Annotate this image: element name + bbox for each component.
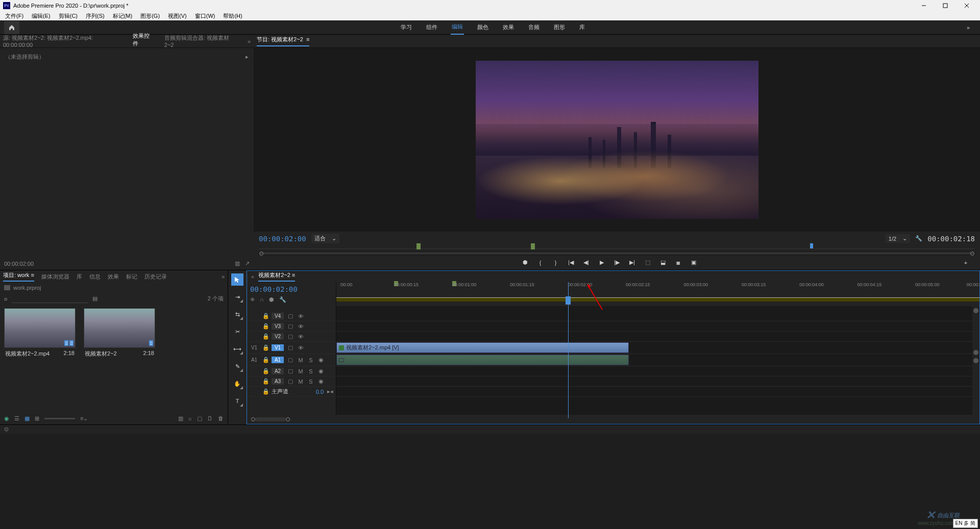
- eye-icon[interactable]: 👁: [297, 323, 304, 330]
- track-header-v3[interactable]: 🔒V3▢👁: [247, 321, 336, 332]
- solo-button[interactable]: S: [307, 357, 314, 363]
- project-thumbnail[interactable]: ▯▯: [4, 308, 76, 348]
- find-button[interactable]: ⌕: [188, 415, 192, 421]
- marker-icon[interactable]: [531, 243, 535, 249]
- timeline-scrollbar[interactable]: [255, 417, 286, 421]
- write-mode-icon[interactable]: ◉: [4, 415, 9, 422]
- extract-button[interactable]: ⬓: [659, 259, 667, 266]
- track-select-tool[interactable]: ⇥: [231, 291, 243, 303]
- track-label[interactable]: V2: [272, 333, 284, 340]
- play-button[interactable]: ▶: [598, 259, 606, 266]
- track-label[interactable]: A1: [272, 357, 284, 363]
- track-header-v4[interactable]: 🔒V4▢👁: [247, 311, 336, 321]
- chevron-right-icon[interactable]: ▸: [246, 54, 249, 60]
- program-scrubber[interactable]: [259, 251, 975, 255]
- tab-media-browser[interactable]: 媒体浏览器: [41, 273, 69, 281]
- mute-button[interactable]: M: [297, 368, 304, 374]
- sync-lock-icon[interactable]: ▢: [287, 344, 294, 351]
- lock-icon[interactable]: 🔒: [262, 333, 268, 340]
- tab-markers[interactable]: 标记: [126, 273, 137, 281]
- voiceover-button[interactable]: ◉: [317, 368, 325, 374]
- track-lane-v2[interactable]: [336, 332, 972, 342]
- pen-tool[interactable]: ✎: [231, 360, 243, 372]
- mute-button[interactable]: M: [297, 357, 304, 363]
- tab-history[interactable]: 历史记录: [144, 273, 167, 281]
- track-header-v1[interactable]: V1🔒V1▢👁: [247, 342, 336, 354]
- step-back-button[interactable]: ◀|: [582, 259, 591, 266]
- track-header-a1[interactable]: A1🔒A1▢MS◉: [247, 354, 336, 366]
- scroll-handle-right[interactable]: [286, 417, 290, 421]
- tab-info[interactable]: 信息: [89, 273, 101, 281]
- lock-icon[interactable]: 🔒: [262, 378, 268, 385]
- search-input[interactable]: [12, 294, 88, 303]
- comparison-view-button[interactable]: ▣: [690, 259, 698, 266]
- razor-tool[interactable]: ✂: [231, 325, 243, 338]
- sync-lock-icon[interactable]: ▢: [287, 313, 294, 319]
- tab-effects[interactable]: 效果: [108, 273, 119, 281]
- thumbnail-size-slider[interactable]: [44, 418, 75, 419]
- project-item[interactable]: ▯ 视频素材2~2 2:18: [84, 308, 155, 360]
- project-thumbnail[interactable]: ▯: [84, 308, 155, 348]
- go-to-in-button[interactable]: |◀: [567, 259, 575, 266]
- resolution-dropdown[interactable]: 1/2 ⌄: [886, 234, 910, 243]
- playhead-handle[interactable]: [566, 296, 571, 305]
- sort-button[interactable]: ≡⌄: [80, 415, 88, 422]
- tab-sequence[interactable]: 视频素材2~2 ≡: [258, 271, 295, 282]
- track-header-master[interactable]: 🔒主声道0.0▸◂: [247, 387, 336, 397]
- list-view-button[interactable]: ☰: [14, 415, 19, 422]
- tab-program[interactable]: 节目: 视频素材2~2 ≡: [257, 36, 309, 46]
- linked-selection-button[interactable]: ∩: [260, 296, 264, 303]
- track-lane-v1[interactable]: 视频素材2~2.mp4 [V]: [336, 342, 972, 354]
- type-tool[interactable]: T: [231, 395, 243, 407]
- track-lane-a3[interactable]: [336, 376, 972, 387]
- voiceover-button[interactable]: ◉: [317, 357, 325, 363]
- mark-out-button[interactable]: }: [552, 260, 560, 266]
- maximize-button[interactable]: [935, 1, 955, 11]
- workspace-color[interactable]: 颜色: [476, 20, 489, 34]
- track-label[interactable]: V3: [272, 323, 284, 330]
- workspace-overflow[interactable]: »: [967, 24, 970, 31]
- step-forward-button[interactable]: |▶: [613, 259, 621, 266]
- program-monitor[interactable]: [254, 48, 980, 232]
- workspace-audio[interactable]: 音频: [527, 20, 541, 34]
- menu-clip[interactable]: 剪辑(C): [57, 11, 80, 21]
- lift-button[interactable]: ⬚: [644, 259, 652, 266]
- voiceover-button[interactable]: ◉: [317, 378, 325, 385]
- track-height-handle[interactable]: [973, 308, 978, 313]
- export-frame-button[interactable]: ◙: [674, 260, 682, 266]
- lock-icon[interactable]: 🔒: [262, 368, 268, 374]
- lock-icon[interactable]: 🔒: [262, 323, 268, 330]
- new-bin-button[interactable]: ▢: [197, 415, 202, 422]
- source-tabs-overflow[interactable]: »: [248, 38, 251, 44]
- menu-graphic[interactable]: 图形(G): [138, 11, 162, 21]
- ec-icon-1[interactable]: ▥: [235, 260, 240, 267]
- scroll-handle-left[interactable]: [251, 417, 255, 421]
- filter-icon[interactable]: ▤: [92, 295, 97, 302]
- track-lane-v4[interactable]: [336, 311, 972, 321]
- selection-tool[interactable]: [231, 273, 243, 286]
- menu-marker[interactable]: 标记(M): [111, 11, 135, 21]
- effect-controls-timecode[interactable]: 00:00:02:00: [4, 261, 34, 267]
- track-header-v2[interactable]: 🔒V2▢👁: [247, 332, 336, 342]
- sync-lock-icon[interactable]: ▢: [287, 368, 294, 374]
- program-timecode[interactable]: 00:00:02:00: [259, 235, 306, 243]
- home-button[interactable]: [4, 21, 19, 34]
- menu-view[interactable]: 视图(V): [166, 11, 189, 21]
- source-patch[interactable]: V1: [249, 345, 259, 350]
- button-editor-button[interactable]: +: [962, 260, 970, 266]
- track-label[interactable]: A2: [272, 368, 284, 374]
- wrench-icon[interactable]: 🔧: [915, 235, 922, 242]
- solo-button[interactable]: S: [307, 368, 314, 374]
- lock-icon[interactable]: 🔒: [262, 357, 268, 363]
- master-level[interactable]: 0.0: [316, 389, 324, 395]
- tab-audio-mixer[interactable]: 音频剪辑混合器: 视频素材2~2: [164, 34, 238, 48]
- menu-help[interactable]: 帮助(H): [221, 11, 244, 21]
- mute-button[interactable]: M: [297, 379, 304, 385]
- track-header-a2[interactable]: 🔒A2▢MS◉: [247, 366, 336, 376]
- track-label[interactable]: V4: [272, 313, 284, 319]
- track-header-a3[interactable]: 🔒A3▢MS◉: [247, 376, 336, 387]
- track-height-handle[interactable]: [973, 358, 978, 363]
- track-lane-v3[interactable]: [336, 321, 972, 332]
- delete-button[interactable]: 🗑: [218, 415, 224, 421]
- add-marker-button[interactable]: ⬢: [521, 259, 529, 266]
